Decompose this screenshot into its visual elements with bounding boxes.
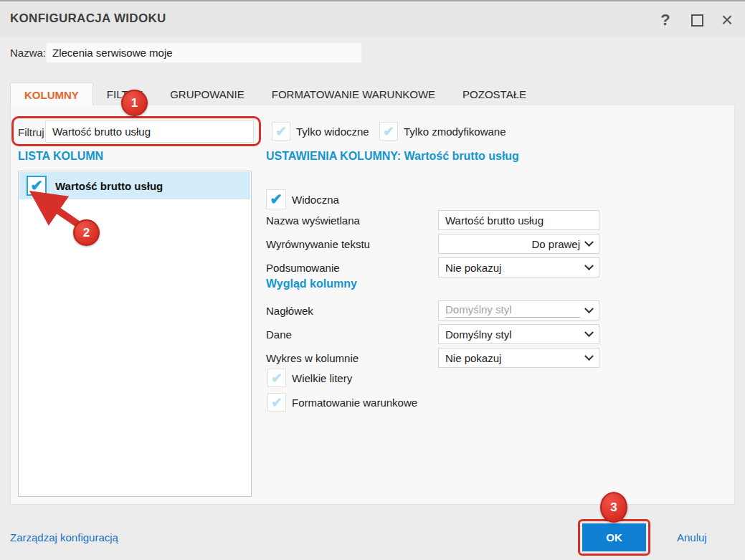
chevron-down-icon [584, 261, 594, 270]
display-name-input[interactable]: Wartość brutto usług [438, 210, 599, 230]
data-style-select[interactable]: Domyślny styl [438, 324, 599, 344]
text-align-value: Do prawej [531, 238, 580, 250]
maximize-icon[interactable] [686, 9, 708, 31]
header-style-label: Nagłówek [266, 305, 313, 317]
chevron-down-icon [584, 237, 594, 247]
filter-label: Filtruj: [18, 126, 47, 138]
list-item[interactable]: ✔ Wartość brutto usług [19, 172, 250, 199]
pale-check-icon: ✔ [275, 123, 287, 140]
filter-input[interactable]: Wartość brutto usług [45, 120, 254, 143]
column-appearance-header: Wygląd kolumny [266, 277, 357, 290]
help-icon[interactable]: ? [655, 9, 676, 31]
pale-check-icon: ✔ [271, 394, 283, 411]
tab-pozostale[interactable]: POZOSTAŁE [449, 82, 540, 106]
annotation-badge-3: 3 [600, 492, 627, 523]
name-input[interactable]: Zlecenia serwisowe moje [46, 42, 362, 63]
column-item-label: Wartość brutto usług [55, 180, 163, 192]
annotation-badge-2: 2 [73, 219, 100, 246]
data-style-value: Domyślny styl [445, 328, 512, 341]
summary-value: Nie pokazuj [445, 262, 501, 274]
visible-checkbox[interactable]: ✔ [266, 189, 286, 209]
uppercase-label: Wielkie litery [292, 372, 352, 384]
conditional-formatting-label: Formatowanie warunkowe [292, 397, 417, 409]
only-visible-checkbox[interactable]: ✔ [272, 122, 290, 141]
tab-kolumny[interactable]: KOLUMNY [10, 82, 93, 106]
data-style-label: Dane [266, 328, 292, 341]
only-modified-checkbox[interactable]: ✔ [379, 122, 398, 141]
name-label: Nazwa: [10, 47, 46, 59]
cancel-link[interactable]: Anuluj [677, 531, 707, 544]
summary-select[interactable]: Nie pokazuj [438, 257, 599, 277]
tab-grupowanie[interactable]: GRUPOWANIE [156, 82, 258, 106]
column-chart-value: Nie pokazuj [445, 352, 501, 364]
pale-check-icon: ✔ [383, 123, 394, 140]
chevron-down-icon [584, 328, 594, 337]
column-chart-label: Wykres w kolumnie [266, 352, 359, 364]
name-row: Nazwa: Zlecenia serwisowe moje [0, 42, 745, 64]
view-configuration-dialog: KONFIGURACJA WIDOKU ? × Nazwa: Zlecenia … [0, 0, 745, 560]
only-visible-label: Tylko widoczne [296, 125, 369, 138]
visible-label: Widoczna [292, 194, 339, 206]
column-list-header: LISTA KOLUMN [18, 150, 103, 163]
columns-tab-panel: Filtruj: Wartość brutto usług ✔ Tylko wi… [10, 105, 735, 505]
conditional-formatting-checkbox[interactable]: ✔ [267, 393, 286, 412]
display-name-label: Nazwa wyświetlana [266, 214, 360, 227]
only-modified-label: Tylko zmodyfikowane [404, 125, 506, 138]
header-style-select[interactable]: Domyślny styl [438, 300, 599, 321]
check-icon: ✔ [270, 191, 283, 208]
header-style-value: Domyślny styl [445, 303, 580, 318]
text-align-select[interactable]: Do prawej [438, 234, 599, 254]
column-chart-select[interactable]: Nie pokazuj [438, 348, 599, 368]
chevron-down-icon [584, 351, 594, 361]
column-list: ✔ Wartość brutto usług [18, 171, 252, 497]
titlebar: KONFIGURACJA WIDOKU ? × [0, 1, 745, 37]
uppercase-checkbox[interactable]: ✔ [267, 369, 286, 387]
display-name-value: Wartość brutto usług [445, 214, 544, 227]
close-icon[interactable]: × [716, 9, 738, 31]
maximize-box-glyph [691, 14, 703, 27]
dialog-title: KONFIGURACJA WIDOKU [10, 11, 166, 26]
column-checkbox[interactable]: ✔ [27, 176, 47, 196]
manage-configuration-link[interactable]: Zarządzaj konfiguracją [10, 531, 118, 544]
tab-bar: KOLUMNY FILTRY GRUPOWANIE FORMATOWANIE W… [10, 82, 540, 106]
chevron-down-icon [584, 304, 594, 313]
column-settings-header: USTAWIENIA KOLUMNY: Wartość brutto usług [266, 150, 519, 163]
pale-check-icon: ✔ [271, 370, 283, 386]
text-align-label: Wyrównywanie tekstu [266, 238, 370, 250]
check-icon: ✔ [30, 177, 43, 194]
ok-button[interactable]: OK [582, 523, 646, 551]
annotation-badge-1: 1 [121, 90, 148, 116]
summary-label: Podsumowanie [266, 262, 340, 274]
tab-formatowanie-warunkowe[interactable]: FORMATOWANIE WARUNKOWE [258, 82, 449, 106]
